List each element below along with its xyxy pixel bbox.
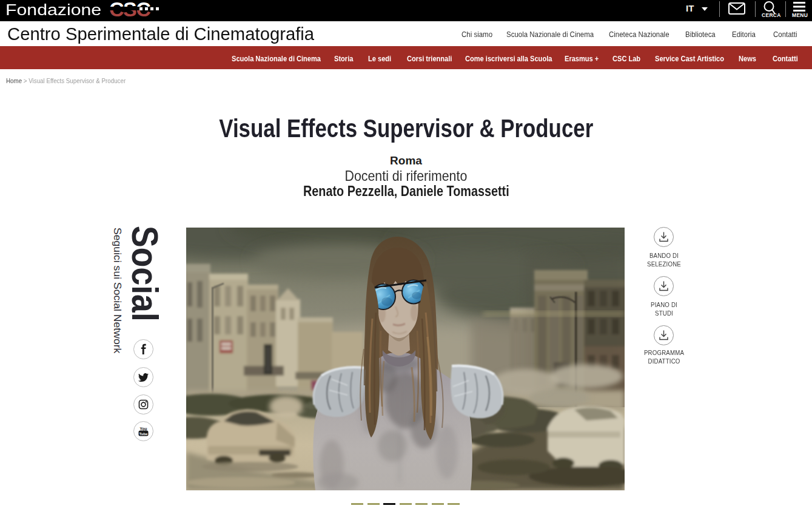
svg-text:You: You: [140, 427, 147, 431]
svg-text:Tube: Tube: [139, 432, 149, 436]
svg-text:CSC: CSC: [110, 0, 150, 21]
